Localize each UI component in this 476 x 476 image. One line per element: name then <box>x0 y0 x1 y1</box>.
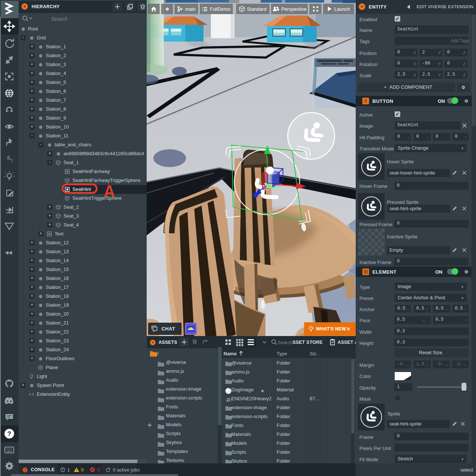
svg-text:?: ? <box>7 430 11 437</box>
